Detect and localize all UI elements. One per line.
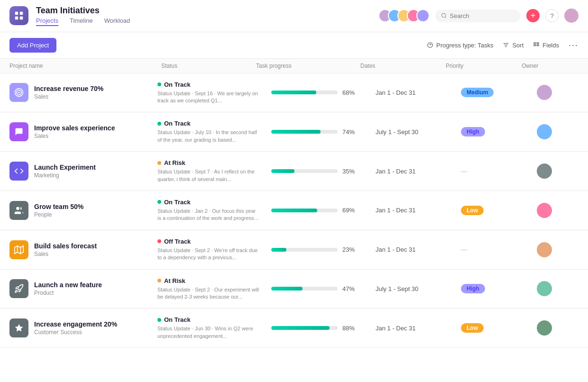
project-name-area: Launch a new feature Product [34,281,102,296]
progress-type-icon [427,42,433,48]
progress-percent: 23% [342,246,358,253]
project-icon [9,201,28,220]
table-row[interactable]: Improve sales experience Sales On Track … [0,112,588,152]
search-icon [441,12,447,19]
owner-cell [531,77,588,108]
avatar-5 [416,9,430,22]
search-box[interactable] [435,9,521,22]
project-name: Launch a new feature [34,281,102,289]
svg-rect-1 [20,12,23,15]
project-info: Increase engagement 20% Customer Success [0,311,152,345]
project-icon [9,279,28,298]
project-icon [9,122,28,141]
status-label: At Risk [157,159,260,166]
owner-cell [531,313,588,343]
priority-badge: High [461,284,485,293]
owner-avatar [537,164,552,179]
app-title: Team Initiatives [36,6,371,16]
add-project-button[interactable]: Add Project [9,38,56,53]
priority-none: — [461,246,467,253]
progress-cell: 35% [266,160,370,182]
table-row[interactable]: Increase revenue 70% Sales On Track Stat… [0,73,588,113]
priority-badge: Low [461,323,484,333]
status-update: Status Update · Sept 2 · We're off track… [157,247,260,262]
nav-timeline[interactable]: Timeline [70,17,93,26]
status-label: On Track [157,316,260,323]
table-row[interactable]: Launch a new feature Product At Risk Sta… [0,270,588,309]
priority-none: — [461,168,467,175]
progress-type-action[interactable]: Progress type: Tasks [427,42,493,49]
project-name-area: Increase revenue 70% Sales [34,85,103,100]
app-icon [9,6,28,25]
progress-percent: 74% [342,128,358,136]
status-update: Status Update · July 10 · In the second … [157,129,260,144]
status-cell: On Track Status Update · Jun 30 · Wins i… [152,309,266,347]
search-input[interactable] [450,12,515,19]
status-dot [157,161,161,165]
table-row[interactable]: Launch Experiment Marketing At Risk Stat… [0,152,588,191]
owner-cell [531,235,588,265]
user-avatar[interactable] [564,9,579,23]
priority-cell: — [455,238,531,261]
status-update: Status Update · Jan 2 · Our focus this y… [157,208,260,222]
priority-badge: High [461,127,485,136]
progress-bar-bg [271,91,338,94]
svg-rect-10 [534,43,536,44]
col-status: Status [161,63,256,69]
progress-cell: 68% [266,82,370,104]
status-text: On Track [164,316,191,323]
priority-cell: Low [455,316,531,340]
progress-bar-bg [271,209,338,212]
project-dept: Sales [34,133,115,139]
col-project-name: Project name [9,63,161,69]
sort-action[interactable]: Sort [503,42,524,49]
more-action[interactable]: ··· [569,40,579,50]
project-name-area: Grow team 50% People [34,203,83,218]
table-row[interactable]: Grow team 50% People On Track Status Upd… [0,191,588,230]
owner-cell [531,273,588,304]
progress-bar-fill [271,326,330,330]
status-cell: At Risk Status Update · Sept 7 · As I re… [152,152,266,191]
progress-percent: 69% [342,207,358,214]
project-info: Launch a new feature Product [0,272,152,306]
toolbar-actions: Progress type: Tasks Sort Fields ··· [427,40,579,50]
progress-bar-bg [271,169,338,173]
owner-cell [531,156,588,186]
svg-rect-13 [537,45,539,46]
dates-cell: Jan 1 - Dec 31 [370,82,455,104]
status-cell: On Track Status Update · Sept 16 · We ar… [152,73,266,112]
project-name: Increase engagement 20% [34,320,117,328]
dates-cell: July 1 - Sept 30 [370,278,455,300]
help-button[interactable]: ? [545,9,559,22]
status-label: On Track [157,120,260,127]
dates-cell: Jan 1 - Dec 31 [370,199,455,221]
header: Team Initiatives Projects Timeline Workl… [0,0,588,32]
progress-percent: 35% [342,168,358,175]
project-info: Improve sales experience Sales [0,115,152,149]
project-info: Grow team 50% People [0,193,152,227]
table-row[interactable]: Build sales forecast Sales Off Track Sta… [0,230,588,270]
owner-avatar [537,242,552,257]
svg-rect-12 [534,45,536,46]
owner-avatar [537,320,552,336]
dates-cell: Jan 1 - Dec 31 [370,317,455,339]
svg-point-4 [442,14,446,18]
nav-workload[interactable]: Workload [104,17,130,26]
fields-action[interactable]: Fields [533,42,559,49]
add-button[interactable]: + [526,9,540,22]
status-update: Status Update · Jun 30 · Wins in Q2 were… [157,325,260,340]
col-owner: Owner [522,63,579,69]
progress-cell: 47% [266,278,370,300]
project-dept: Customer Success [34,329,117,336]
progress-type-label: Progress type: Tasks [436,42,493,49]
progress-bar-bg [271,287,338,291]
nav-projects[interactable]: Projects [36,17,58,26]
status-dot [157,318,161,322]
table-row[interactable]: Increase engagement 20% Customer Success… [0,309,588,348]
project-name-area: Build sales forecast Sales [34,242,97,257]
status-text: On Track [164,199,191,206]
project-name: Increase revenue 70% [34,85,103,92]
svg-rect-0 [15,12,18,15]
priority-badge: Low [461,206,484,215]
project-icon [9,162,28,181]
